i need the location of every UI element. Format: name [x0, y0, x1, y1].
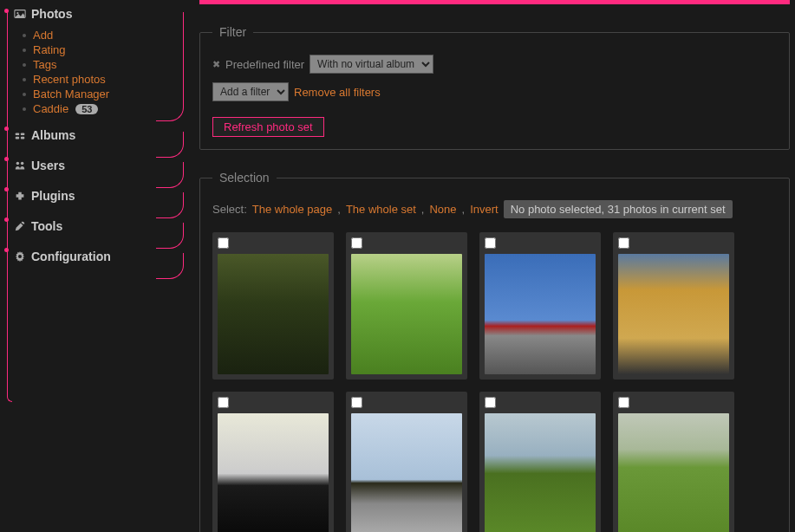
photo-thumb[interactable] — [613, 392, 734, 532]
add-filter-select[interactable]: Add a filter — [212, 82, 289, 101]
photo-image — [485, 254, 596, 374]
photo-thumb[interactable] — [346, 392, 467, 532]
sidebar-label-photos: Photos — [31, 7, 72, 21]
svg-point-1 — [16, 12, 18, 14]
photo-checkbox[interactable] — [485, 397, 496, 408]
sidebar-label-plugins: Plugins — [31, 189, 75, 203]
sidebar-section-photos: Photos Add Rating Tags Recent photos Bat… — [7, 3, 184, 123]
photo-image — [618, 413, 729, 532]
photo-image — [218, 254, 329, 374]
svg-point-8 — [18, 255, 22, 258]
selection-fieldset: Selection Select: The whole page, The wh… — [199, 171, 790, 532]
svg-rect-2 — [16, 133, 19, 135]
photo-checkbox[interactable] — [618, 237, 629, 249]
svg-rect-4 — [16, 137, 19, 139]
photo-thumb[interactable] — [346, 232, 467, 380]
sidebar-label-tools: Tools — [31, 219, 62, 233]
photo-checkbox[interactable] — [218, 397, 229, 408]
sidebar-item-batch-manager[interactable]: Batch Manager — [33, 88, 109, 101]
photo-image — [218, 413, 329, 532]
photo-image — [485, 413, 596, 532]
select-whole-page-link[interactable]: The whole page — [252, 203, 333, 216]
sidebar-item-rating[interactable]: Rating — [33, 43, 66, 56]
photo-image — [618, 254, 729, 374]
select-none-link[interactable]: None — [429, 203, 456, 216]
sidebar-header-photos[interactable]: Photos — [7, 3, 184, 24]
users-icon — [14, 159, 26, 172]
sidebar-header-albums[interactable]: Albums — [7, 123, 184, 146]
sidebar-section-configuration: Configuration — [7, 244, 184, 275]
photos-icon — [14, 8, 26, 20]
sidebar-label-users: Users — [31, 159, 65, 172]
sidebar-submenu-photos: Add Rating Tags Recent photos Batch Mana… — [7, 24, 184, 123]
sidebar-section-tools: Tools — [7, 214, 184, 244]
photo-image — [351, 413, 462, 532]
svg-point-7 — [21, 162, 24, 165]
photo-thumb[interactable] — [479, 392, 601, 532]
select-label: Select: — [212, 203, 247, 216]
select-invert-link[interactable]: Invert — [470, 203, 499, 216]
sidebar-header-configuration[interactable]: Configuration — [7, 244, 184, 267]
svg-rect-5 — [21, 137, 24, 139]
photo-thumb[interactable] — [613, 232, 734, 380]
thumbnail-grid — [212, 232, 777, 532]
svg-rect-3 — [21, 133, 24, 135]
sidebar-section-albums: Albums — [7, 123, 184, 153]
sidebar-label-albums: Albums — [31, 128, 75, 142]
plugins-icon — [14, 190, 26, 202]
sidebar-item-recent-photos[interactable]: Recent photos — [33, 73, 106, 86]
top-accent-bar — [199, 0, 790, 4]
remove-filter-icon[interactable]: ✖ — [212, 59, 220, 70]
photo-thumb[interactable] — [212, 392, 334, 532]
refresh-photo-set-button[interactable]: Refresh photo set — [212, 117, 324, 137]
photo-checkbox[interactable] — [351, 397, 362, 408]
albums-icon — [14, 129, 26, 141]
sidebar-item-tags[interactable]: Tags — [33, 58, 56, 71]
photo-checkbox[interactable] — [218, 237, 229, 249]
selection-legend: Selection — [212, 171, 277, 185]
photo-checkbox[interactable] — [485, 237, 496, 249]
select-whole-set-link[interactable]: The whole set — [346, 203, 416, 216]
sidebar-label-configuration: Configuration — [31, 250, 111, 263]
photo-checkbox[interactable] — [618, 397, 629, 408]
sidebar-header-tools[interactable]: Tools — [7, 214, 184, 237]
sidebar-item-caddie[interactable]: Caddie — [33, 102, 68, 115]
sidebar-header-users[interactable]: Users — [7, 153, 184, 176]
filter-legend: Filter — [212, 25, 253, 39]
remove-all-filters-link[interactable]: Remove all filters — [294, 86, 381, 99]
filter-fieldset: Filter ✖ Predefined filter With no virtu… — [199, 25, 790, 150]
selection-status: No photo selected, 31 photos in current … — [504, 200, 733, 218]
sidebar-section-users: Users — [7, 153, 184, 184]
sidebar-section-plugins: Plugins — [7, 184, 184, 214]
predefined-filter-label: Predefined filter — [225, 58, 304, 71]
sidebar-item-add[interactable]: Add — [33, 29, 53, 42]
sidebar-header-plugins[interactable]: Plugins — [7, 184, 184, 206]
main-content: Filter ✖ Predefined filter With no virtu… — [191, 0, 795, 532]
photo-image — [351, 254, 462, 374]
predefined-filter-select[interactable]: With no virtual album — [310, 55, 433, 74]
gear-icon — [14, 250, 26, 263]
tools-icon — [14, 220, 26, 232]
svg-point-6 — [16, 162, 20, 165]
photo-thumb[interactable] — [479, 232, 601, 380]
photo-checkbox[interactable] — [351, 237, 362, 249]
caddie-badge: 53 — [75, 104, 98, 114]
photo-thumb[interactable] — [212, 232, 334, 380]
